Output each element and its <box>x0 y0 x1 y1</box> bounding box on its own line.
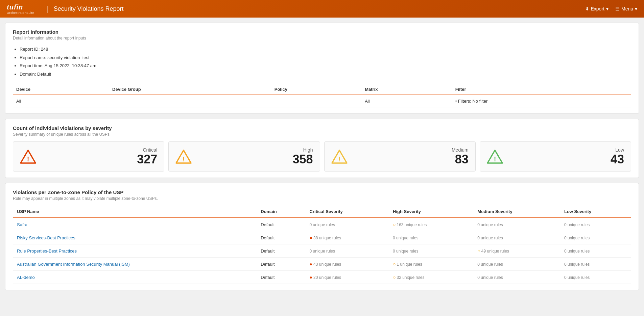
critical-warning-icon: ! <box>20 149 36 164</box>
red-dot-icon: ● <box>310 261 312 267</box>
svg-text:!: ! <box>27 155 29 163</box>
logo: tufin OrchestratonSuite <box>7 3 34 15</box>
medium-severity-card: ! Medium 83 <box>324 141 476 172</box>
cell-low: 0 unique rules <box>560 218 631 231</box>
col-device: Device <box>13 84 109 95</box>
col-low-severity: Low Severity <box>560 206 631 218</box>
report-info-title: Report Information <box>13 29 631 35</box>
cell-usp-name[interactable]: Safra <box>13 218 257 231</box>
cell-high: 0 unique rules <box>389 244 473 258</box>
red-dot-icon: ● <box>310 235 312 240</box>
menu-chevron-icon: ▾ <box>635 6 637 11</box>
table-row: Australian Government Information Securi… <box>13 258 631 271</box>
col-domain: Domain <box>257 206 305 218</box>
cell-usp-name[interactable]: AL-demo <box>13 271 257 284</box>
cell-high: ○163 unique rules <box>389 218 473 231</box>
low-label: Low <box>510 147 624 153</box>
low-info: Low 43 <box>510 147 624 166</box>
menu-label: Menu <box>621 6 633 11</box>
high-count: 358 <box>292 152 313 166</box>
cell-medium: 0 unique rules <box>473 271 560 284</box>
header-actions: ⬇ Export ▾ ☰ Menu ▾ <box>585 6 638 11</box>
list-item: Report ID: 248 <box>20 45 631 54</box>
col-medium-severity: Medium Severity <box>473 206 560 218</box>
critical-count: 327 <box>137 152 157 166</box>
high-warning-icon: ! <box>175 149 192 164</box>
table-row: Risky Services-Best Practices Default ●3… <box>13 231 631 244</box>
col-policy: Policy <box>271 84 361 95</box>
cell-usp-name[interactable]: Risky Services-Best Practices <box>13 231 257 244</box>
cell-medium: ○49 unique rules <box>473 244 560 258</box>
orange-dot-icon: ○ <box>393 261 396 267</box>
svg-text:!: ! <box>183 155 185 163</box>
header: tufin OrchestratonSuite | Security Viola… <box>0 0 644 18</box>
severity-row: ! Critical 327 ! High 358 <box>13 141 631 172</box>
col-filter: Filter <box>452 84 631 95</box>
cell-medium: 0 unique rules <box>473 231 560 244</box>
critical-severity-card: ! Critical 327 <box>13 141 164 172</box>
cell-domain: Default <box>257 218 305 231</box>
list-item: Report time: Aug 15 2022, 10:38:47 am <box>20 62 631 70</box>
severity-title: Count of individual violations by severi… <box>13 125 631 131</box>
orange-dot-icon: ○ <box>393 274 396 280</box>
main-content: Report Information Detail information ab… <box>0 18 644 295</box>
red-dot-icon: ● <box>310 274 312 280</box>
medium-label: Medium <box>354 147 469 153</box>
logo-subtitle: OrchestratonSuite <box>7 11 34 15</box>
col-device-group: Device Group <box>109 84 271 95</box>
cell-usp-name[interactable]: Australian Government Information Securi… <box>13 258 257 271</box>
export-button[interactable]: ⬇ Export ▾ <box>585 6 609 11</box>
list-item: Domain: Default <box>20 70 631 79</box>
cell-medium: 0 unique rules <box>473 258 560 271</box>
low-severity-card: ! Low 43 <box>480 141 631 172</box>
cell-usp-name[interactable]: Rule Properties-Best Practices <box>13 244 257 258</box>
col-matrix: Matrix <box>361 84 452 95</box>
cell-policy <box>271 95 361 107</box>
cell-low: 0 unique rules <box>560 258 631 271</box>
cell-device-group <box>109 95 271 107</box>
menu-icon: ☰ <box>615 6 620 11</box>
table-row: AL-demo Default ●20 unique rules ○32 uni… <box>13 271 631 284</box>
table-row: All All • Filters: No filter <box>13 95 631 107</box>
violations-table: USP Name Domain Critical Severity High S… <box>13 206 631 284</box>
cell-low: 0 unique rules <box>560 271 631 284</box>
cell-medium: 0 unique rules <box>473 218 560 231</box>
cell-high: ○32 unique rules <box>389 271 473 284</box>
severity-card: Count of individual violations by severi… <box>5 119 639 178</box>
table-row: Safra Default 0 unique rules ○163 unique… <box>13 218 631 231</box>
cell-low: 0 unique rules <box>560 231 631 244</box>
low-warning-icon: ! <box>487 149 503 164</box>
cell-matrix: All <box>361 95 452 107</box>
critical-info: Critical 327 <box>43 147 157 166</box>
report-info-card: Report Information Detail information ab… <box>5 23 639 114</box>
report-info-subtitle: Detail information about the report inpu… <box>13 36 631 41</box>
cell-low: 0 unique rules <box>560 244 631 258</box>
cell-critical: 0 unique rules <box>306 218 389 231</box>
severity-subtitle: Severity summary of unique rules across … <box>13 132 631 137</box>
medium-info: Medium 83 <box>354 147 469 166</box>
medium-count: 83 <box>455 152 469 166</box>
cell-critical: ●20 unique rules <box>306 271 389 284</box>
violations-title: Violations per Zone-to-Zone Policy of th… <box>13 189 631 195</box>
menu-button[interactable]: ☰ Menu ▾ <box>615 6 637 11</box>
col-usp-name: USP Name <box>13 206 257 218</box>
high-severity-card: ! High 358 <box>168 141 320 172</box>
list-item: Report name: security violation_test <box>20 54 631 62</box>
svg-text:!: ! <box>494 155 496 163</box>
cell-high: 0 unique rules <box>389 231 473 244</box>
logo-name: tufin <box>7 3 34 11</box>
download-icon: ⬇ <box>585 6 589 11</box>
col-critical-severity: Critical Severity <box>306 206 389 218</box>
cell-critical: ●43 unique rules <box>306 258 389 271</box>
cell-critical: ●38 unique rules <box>306 231 389 244</box>
header-divider: | <box>46 4 48 13</box>
page-title: Security Violations Report <box>54 5 585 12</box>
violations-card: Violations per Zone-to-Zone Policy of th… <box>5 183 639 290</box>
cell-high: ○1 unique rules <box>389 258 473 271</box>
orange-dot-icon: ○ <box>393 222 396 227</box>
low-count: 43 <box>611 152 624 166</box>
svg-text:!: ! <box>338 155 340 163</box>
export-label: Export <box>591 6 604 11</box>
violations-subtitle: Rule may appear in multiple zones as it … <box>13 196 631 201</box>
cell-domain: Default <box>257 244 305 258</box>
